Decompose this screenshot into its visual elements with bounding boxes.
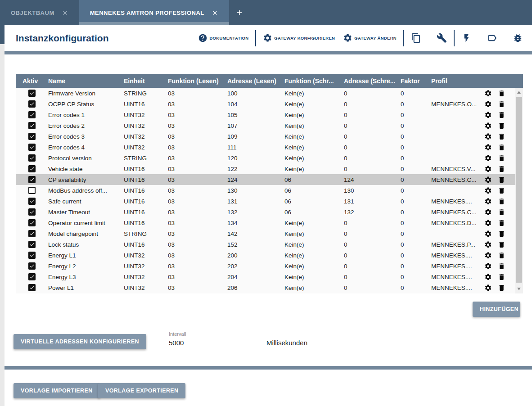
interval-input[interactable]: [169, 339, 223, 347]
row-delete-button[interactable]: [498, 144, 505, 151]
row-delete-button[interactable]: [498, 90, 505, 97]
row-settings-button[interactable]: [484, 111, 492, 119]
table-row[interactable]: Model chargepoint STRING 03 142 Kein(e) …: [16, 228, 515, 239]
aktiv-checkbox[interactable]: [28, 262, 36, 270]
row-settings-button[interactable]: [484, 154, 492, 162]
table-row[interactable]: Master Timeout UINT16 03 132 06 132 0 ME…: [16, 207, 515, 217]
export-template-button[interactable]: VORLAGE EXPORTIEREN: [98, 383, 185, 398]
row-settings-button[interactable]: [484, 133, 492, 140]
table-row[interactable]: Energy L2 UINT32 03 202 Kein(e) 0 0 MENN…: [16, 261, 515, 271]
gateway-configure-button[interactable]: GATEWAY KONFIGURIEREN: [263, 33, 335, 43]
documentation-button[interactable]: DOKUMENTATION: [198, 33, 248, 43]
row-settings-button[interactable]: [484, 144, 492, 151]
row-settings-button[interactable]: [484, 241, 492, 248]
wrench-button[interactable]: [437, 33, 447, 43]
aktiv-checkbox[interactable]: [28, 241, 36, 248]
row-delete-button[interactable]: [498, 176, 505, 184]
aktiv-checkbox[interactable]: [28, 273, 36, 280]
table-row[interactable]: OCPP CP Status UINT16 03 104 Kein(e) 0 0…: [16, 99, 515, 109]
tab-mennekes-amtron-professional[interactable]: MENNEKES AMTRON PROFESSIONAL: [79, 0, 229, 25]
row-delete-button[interactable]: [498, 219, 505, 227]
aktiv-checkbox[interactable]: [28, 154, 36, 162]
row-delete-button[interactable]: [498, 133, 505, 140]
aktiv-checkbox[interactable]: [28, 165, 36, 172]
table-scrollbar[interactable]: [515, 88, 523, 293]
row-settings-button[interactable]: [484, 219, 492, 227]
import-template-button[interactable]: VORLAGE IMPORTIEREN: [14, 383, 100, 398]
table-row[interactable]: CP availability UINT16 03 124 06 124 0 M…: [16, 174, 515, 185]
row-delete-button[interactable]: [498, 111, 505, 119]
scrollbar-up-arrow-icon[interactable]: [517, 91, 521, 94]
live-values-button[interactable]: [461, 33, 472, 43]
aktiv-checkbox[interactable]: [28, 133, 36, 140]
tag-button[interactable]: [487, 33, 497, 43]
table-row[interactable]: Energy L3 UINT32 03 204 Kein(e) 0 0 MENN…: [16, 271, 515, 282]
row-settings-button[interactable]: [484, 100, 492, 108]
close-icon[interactable]: [62, 9, 68, 16]
gateway-change-button[interactable]: GATEWAY ÄNDERN: [343, 33, 397, 43]
row-delete-button[interactable]: [498, 100, 505, 108]
table-row[interactable]: Lock status UINT16 03 152 Kein(e) 0 0 ME…: [16, 239, 515, 250]
aktiv-checkbox[interactable]: [28, 176, 36, 183]
cell-funktion-schreiben: Kein(e): [284, 166, 344, 172]
aktiv-checkbox[interactable]: [28, 208, 36, 216]
check-icon: [29, 253, 35, 258]
row-delete-button[interactable]: [498, 241, 505, 248]
scrollbar-down-arrow-icon[interactable]: [517, 288, 521, 290]
aktiv-checkbox[interactable]: [28, 198, 36, 205]
table-row[interactable]: Error codes 3 UINT32 03 109 Kein(e) 0 0: [16, 131, 515, 142]
row-delete-button[interactable]: [498, 273, 505, 281]
table-row[interactable]: Protocol version STRING 03 120 Kein(e) 0…: [16, 153, 515, 163]
row-settings-button[interactable]: [484, 273, 492, 281]
debug-button[interactable]: [513, 33, 523, 43]
aktiv-checkbox[interactable]: [28, 100, 36, 108]
row-settings-button[interactable]: [484, 230, 492, 238]
row-settings-button[interactable]: [484, 198, 492, 205]
row-settings-button[interactable]: [484, 90, 492, 97]
row-settings-button[interactable]: [484, 284, 492, 292]
row-delete-button[interactable]: [498, 198, 505, 205]
row-delete-button[interactable]: [498, 208, 505, 216]
row-settings-button[interactable]: [484, 208, 492, 216]
tab-objektbaum[interactable]: OBJEKTBAUM: [0, 0, 79, 25]
row-settings-button[interactable]: [484, 122, 492, 130]
row-settings-button[interactable]: [484, 252, 492, 259]
add-tab-button[interactable]: [229, 0, 250, 25]
aktiv-checkbox[interactable]: [28, 111, 36, 118]
row-settings-button[interactable]: [484, 262, 492, 270]
row-settings-button[interactable]: [484, 187, 492, 194]
aktiv-checkbox[interactable]: [28, 144, 36, 151]
table-row[interactable]: ModBus address off... UINT16 03 130 06 1…: [16, 185, 515, 196]
aktiv-checkbox[interactable]: [28, 187, 36, 194]
table-row[interactable]: Energy L1 UINT32 03 200 Kein(e) 0 0 MENN…: [16, 250, 515, 261]
row-delete-button[interactable]: [498, 154, 505, 162]
table-row[interactable]: Power L1 UINT32 03 206 Kein(e) 0 0 MENNE…: [16, 282, 515, 293]
aktiv-checkbox[interactable]: [28, 230, 36, 237]
row-settings-button[interactable]: [484, 165, 492, 173]
row-settings-button[interactable]: [484, 176, 492, 184]
add-row-button[interactable]: HINZUFÜGEN: [473, 302, 520, 317]
aktiv-checkbox[interactable]: [28, 284, 36, 291]
scrollbar-thumb[interactable]: [516, 97, 522, 283]
configure-virtual-addresses-button[interactable]: VIRTUELLE ADRESSEN KONFIGURIEREN: [14, 334, 146, 349]
table-row[interactable]: Error codes 4 UINT32 03 111 Kein(e) 0 0: [16, 142, 515, 153]
close-icon[interactable]: [212, 9, 218, 16]
table-row[interactable]: Vehicle state UINT16 03 122 Kein(e) 0 0 …: [16, 163, 515, 174]
aktiv-checkbox[interactable]: [28, 90, 36, 97]
table-row[interactable]: Error codes 2 UINT32 03 107 Kein(e) 0 0: [16, 120, 515, 131]
table-row[interactable]: Firmware Version STRING 03 100 Kein(e) 0…: [16, 88, 515, 99]
row-delete-button[interactable]: [498, 230, 505, 238]
row-delete-button[interactable]: [498, 262, 505, 270]
aktiv-checkbox[interactable]: [28, 219, 36, 226]
table-row[interactable]: Error codes 1 UINT32 03 105 Kein(e) 0 0: [16, 109, 515, 120]
copy-button[interactable]: [411, 33, 421, 43]
row-delete-button[interactable]: [498, 284, 505, 292]
row-delete-button[interactable]: [498, 165, 505, 173]
row-delete-button[interactable]: [498, 122, 505, 130]
row-delete-button[interactable]: [498, 252, 505, 259]
aktiv-checkbox[interactable]: [28, 122, 36, 129]
table-row[interactable]: Safe current UINT16 03 131 06 131 0 MENN…: [16, 196, 515, 207]
table-row[interactable]: Operator current limit UINT16 03 134 Kei…: [16, 217, 515, 228]
aktiv-checkbox[interactable]: [28, 252, 36, 259]
row-delete-button[interactable]: [498, 187, 505, 194]
